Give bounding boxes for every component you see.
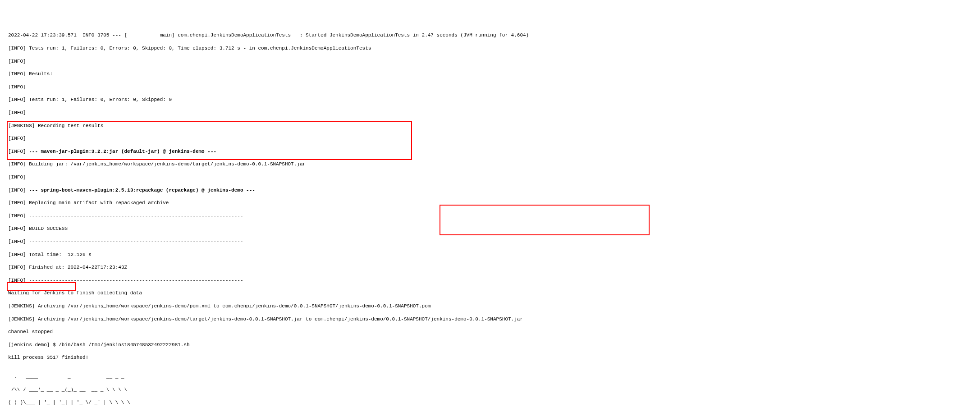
log-line: [INFO] Results: (8, 71, 972, 77)
spring-banner-line: . ____ _ __ _ _ (8, 374, 972, 380)
log-line: [INFO] (8, 135, 972, 142)
log-line: [JENKINS] Archiving /var/jenkins_home/wo… (8, 316, 972, 322)
console-output: 2022-04-22 17:23:39.571 INFO 3705 --- [ … (0, 26, 980, 412)
log-line-build-success: [INFO] BUILD SUCCESS (8, 225, 972, 232)
log-line: [INFO] Replacing main artifact with repa… (8, 200, 972, 206)
log-prefix: [INFO] (8, 188, 29, 193)
log-line: [INFO] ---------------------------------… (8, 238, 972, 245)
maven-plugin-header: --- spring-boot-maven-plugin:2.5.13:repa… (29, 188, 255, 193)
log-line: [JENKINS] Archiving /var/jenkins_home/wo… (8, 303, 972, 309)
log-prefix: [INFO] (8, 149, 29, 154)
log-line: [INFO] (8, 58, 972, 64)
log-line: channel stopped (8, 329, 972, 335)
log-line: [jenkins-demo] $ /bin/bash /tmp/jenkins1… (8, 342, 972, 348)
log-line: [INFO] Building jar: /var/jenkins_home/w… (8, 161, 972, 167)
log-line: [INFO] (8, 84, 972, 90)
log-line: [INFO] Total time: 12.126 s (8, 252, 972, 258)
log-line: [INFO] ---------------------------------… (8, 277, 972, 284)
log-line: [INFO] Tests run: 1, Failures: 0, Errors… (8, 96, 972, 103)
spring-banner-line: /\\ / ___'_ __ _ _(_)_ __ __ _ \ \ \ \ (8, 387, 972, 393)
log-line: [INFO] ---------------------------------… (8, 213, 972, 219)
log-line: kill process 3517 finished! (8, 354, 972, 361)
log-line: [INFO] Tests run: 1, Failures: 0, Errors… (8, 45, 972, 51)
log-line: [INFO] (8, 110, 972, 116)
log-line: 2022-04-22 17:23:39.571 INFO 3705 --- [ … (8, 32, 972, 38)
log-line: [INFO] --- spring-boot-maven-plugin:2.5.… (8, 187, 972, 193)
log-line: [JENKINS] Recording test results (8, 123, 972, 129)
log-line: [INFO] --- maven-jar-plugin:3.2.2:jar (d… (8, 148, 972, 155)
log-line: [INFO] (8, 174, 972, 180)
spring-banner-line: ( ( )\___ | '_ | '_| | '_ \/ _` | \ \ \ … (8, 399, 972, 406)
log-line: Waiting for Jenkins to finish collecting… (8, 290, 972, 296)
log-line: [INFO] Finished at: 2022-04-22T17:23:43Z (8, 264, 972, 270)
maven-plugin-header: --- maven-jar-plugin:3.2.2:jar (default-… (29, 149, 216, 154)
